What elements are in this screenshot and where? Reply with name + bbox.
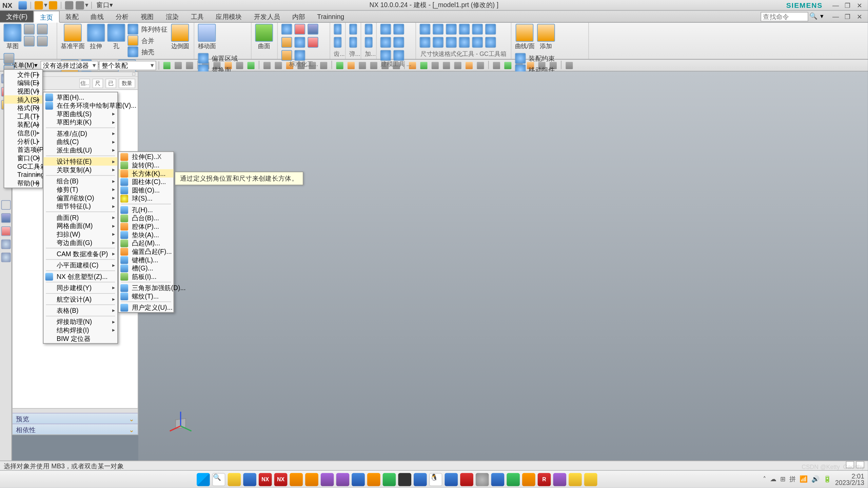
mt-icon[interactable] — [380, 37, 391, 48]
move-face-button[interactable]: 移动面 — [198, 24, 216, 50]
pattern-button[interactable]: 阵列特征 — [127, 24, 169, 35]
menu-item[interactable]: 文件(F)▸ — [4, 70, 42, 79]
selbar-button[interactable] — [418, 60, 429, 70]
gear-icon[interactable] — [334, 24, 341, 35]
battery-icon[interactable]: 🔋 — [823, 475, 832, 483]
vs-icon[interactable] — [321, 473, 334, 486]
browser-icon[interactable] — [1, 252, 11, 262]
selbar-button[interactable] — [475, 60, 486, 70]
app-icon[interactable] — [491, 473, 505, 486]
menu-item[interactable]: 旋转(R)... — [119, 161, 174, 169]
dependency-accordion[interactable]: 相依性⌄ — [13, 424, 138, 434]
menu-item[interactable]: 用户定义(U)... — [119, 303, 174, 312]
menu-item[interactable]: 组合(B)▸ — [43, 177, 117, 185]
menu-item[interactable]: 工具(T)▸ — [4, 112, 42, 121]
menu-item[interactable]: 焊接助理(N)▸ — [43, 318, 117, 326]
rect-icon[interactable] — [37, 36, 48, 46]
save-icon[interactable] — [18, 1, 27, 9]
add-comp-button[interactable]: 添加 — [537, 24, 555, 50]
tab-training[interactable]: Trainning — [311, 11, 350, 22]
circle-icon[interactable] — [37, 24, 48, 35]
hd3d-icon[interactable] — [1, 240, 11, 249]
clock[interactable]: 2:012023/2/13 — [835, 473, 864, 486]
filter-dropdown[interactable]: 没有选择过滤器 — [40, 60, 98, 70]
hole-button[interactable]: 孔 — [107, 24, 125, 57]
menu-item[interactable]: 航空设计(A)▸ — [43, 295, 117, 303]
menu-item[interactable]: 关联复制(A)▸ — [43, 166, 117, 174]
mt-icon[interactable] — [393, 24, 404, 35]
std-icon[interactable] — [294, 24, 305, 35]
onedrive-icon[interactable]: ☁ — [770, 475, 776, 483]
selbar-button[interactable] — [357, 60, 368, 70]
std-icon[interactable] — [308, 24, 318, 35]
menu-item[interactable]: CAM 数据准备(P)▸ — [43, 250, 117, 258]
menu-item[interactable]: 三角形加强筋(D)... — [119, 284, 174, 292]
menu-item[interactable]: Trainning▸ — [4, 170, 42, 179]
preview-accordion[interactable]: 预览⌄ — [13, 413, 138, 424]
roles-icon[interactable] — [1, 213, 11, 223]
nx-icon[interactable]: NX — [274, 473, 288, 486]
app-icon[interactable] — [460, 473, 473, 486]
menu-item[interactable]: 腔体(P)... — [119, 222, 174, 231]
menu-item[interactable]: 装配(A)▸ — [4, 120, 42, 129]
explorer-icon[interactable] — [228, 473, 241, 486]
panel-tab[interactable]: 尺 — [92, 78, 103, 88]
redo-icon[interactable] — [49, 1, 57, 9]
menu-item[interactable]: 修剪(T)▸ — [43, 185, 117, 194]
window-dropdown[interactable]: 窗口▾ — [94, 1, 115, 9]
undo-icon[interactable] — [34, 1, 43, 9]
gc-icon[interactable] — [472, 24, 483, 35]
child-restore[interactable]: ❐ — [842, 12, 853, 21]
network-icon[interactable]: 📶 — [800, 475, 808, 483]
menu-item[interactable]: 曲线(C)▸ — [43, 138, 117, 146]
tray-chevron-icon[interactable]: ˄ — [763, 475, 767, 483]
menu-item[interactable]: 派生曲线(U)▸ — [43, 146, 117, 155]
menu-item[interactable]: 在任务环境中绘制草图(V)... — [43, 101, 117, 110]
tab-assembly[interactable]: 装配 — [60, 11, 85, 22]
gc-icon[interactable] — [420, 24, 431, 35]
spring-icon[interactable] — [349, 37, 357, 48]
gc-icon[interactable] — [472, 37, 483, 48]
menu-item[interactable]: 孔(H)... — [119, 206, 174, 214]
menu-item[interactable]: 偏置/缩放(O)▸ — [43, 194, 117, 202]
menu-item[interactable]: 长方体(K)... — [119, 169, 174, 178]
menu-item[interactable]: 偏置凸起(F)... — [119, 247, 174, 256]
menu-item[interactable]: 帮助(H)▸ — [4, 179, 42, 187]
edge-blend-button[interactable]: 边倒圆 — [171, 24, 189, 57]
app-icon[interactable] — [352, 473, 365, 486]
unite-button[interactable]: 合并 — [127, 35, 169, 46]
menu-item[interactable]: 键槽(L)... — [119, 256, 174, 264]
tab-curve[interactable]: 曲线 — [85, 11, 110, 22]
gc-icon[interactable] — [459, 24, 470, 35]
sketch-button[interactable]: 直接草图草图 — [4, 24, 22, 50]
tab-app[interactable]: 应用模块 — [210, 11, 248, 22]
shell-button[interactable]: 抽壳 — [127, 46, 169, 57]
mt-icon[interactable] — [393, 50, 404, 61]
menu-item[interactable]: 球(S)... — [119, 194, 174, 203]
wechat-icon[interactable] — [383, 473, 396, 486]
selbar-button[interactable] — [261, 60, 272, 70]
std-icon[interactable] — [308, 37, 318, 48]
menu-item[interactable]: 槽(G)... — [119, 264, 174, 272]
panel-tab[interactable]: 数量 — [119, 78, 135, 88]
menu-item[interactable]: 基准/点(D)▸ — [43, 129, 117, 138]
app-icon[interactable] — [398, 473, 411, 486]
matlab-icon[interactable] — [522, 473, 535, 486]
graphics-viewport[interactable] — [138, 72, 868, 464]
menu-item[interactable]: 小平面建模(C)▸ — [43, 261, 117, 269]
app-icon[interactable] — [445, 473, 458, 486]
gc-icon[interactable] — [446, 37, 457, 48]
edge-icon[interactable] — [243, 473, 256, 486]
gc-icon[interactable] — [459, 37, 470, 48]
restore-button[interactable]: ❐ — [842, 1, 853, 9]
menu-item[interactable]: 草图约束(K)▸ — [43, 118, 117, 126]
gc-icon[interactable] — [485, 24, 496, 35]
menu-item[interactable]: 草图(H)... — [43, 93, 117, 101]
menu-item[interactable]: 分析(L)▸ — [4, 137, 42, 145]
child-close[interactable]: ✕ — [853, 12, 865, 21]
menu-item[interactable]: 圆柱体(C)... — [119, 178, 174, 186]
add-icon[interactable] — [365, 37, 373, 48]
tab-home[interactable]: 主页 — [34, 11, 60, 23]
menu-item[interactable]: 扫掠(W)▸ — [43, 230, 117, 239]
menu-item[interactable]: 视图(V)▸ — [4, 87, 42, 96]
